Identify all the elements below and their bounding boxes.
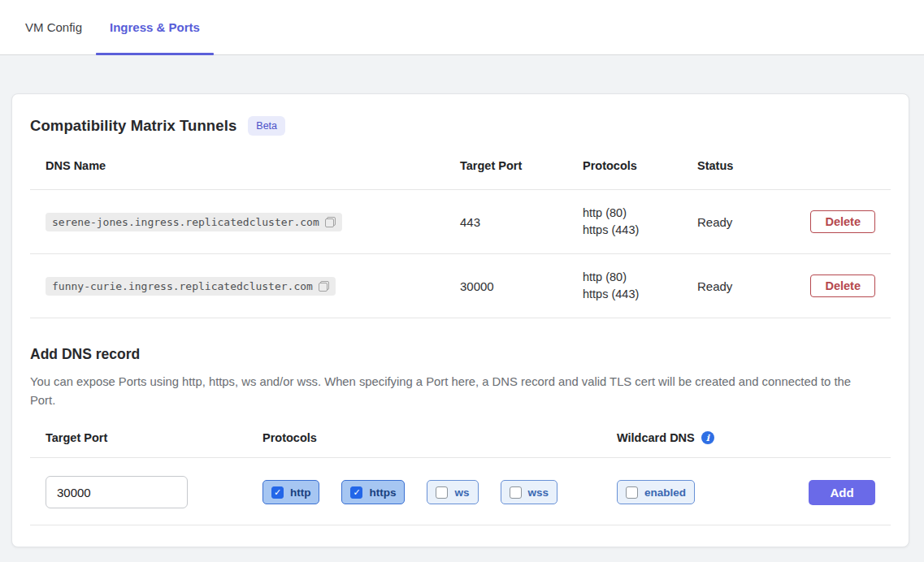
beta-badge: Beta (248, 116, 285, 136)
tab-bar: VM Config Ingress & Ports (0, 0, 924, 55)
protocol-entry: http (80) (583, 205, 697, 222)
label-target-port: Target Port (46, 431, 262, 444)
copy-icon[interactable] (325, 217, 336, 227)
checkbox-icon (271, 486, 284, 499)
protocol-entry: https (443) (583, 222, 697, 239)
checkbox-icon (510, 486, 522, 499)
status-value: Ready (697, 279, 810, 293)
protocol-entry: https (443) (583, 286, 697, 303)
protocol-checkbox-label: wss (528, 486, 549, 499)
checkbox-icon (626, 486, 638, 499)
wildcard-enabled-checkbox[interactable]: enabled (617, 480, 695, 504)
protocol-checkbox-label: https (369, 486, 396, 499)
dns-name-text: serene-jones.ingress.replicatedcluster.c… (52, 216, 319, 228)
copy-icon[interactable] (319, 281, 329, 292)
card-title: Compatibility Matrix Tunnels (30, 117, 236, 135)
tunnels-table: DNS Name Target Port Protocols Status se… (30, 136, 891, 318)
protocol-checkbox-http[interactable]: http (262, 480, 319, 504)
target-port-value: 30000 (460, 279, 583, 293)
status-value: Ready (697, 215, 810, 229)
table-row: serene-jones.ingress.replicatedcluster.c… (30, 190, 891, 254)
target-port-input[interactable] (46, 476, 188, 508)
wildcard-checkbox-label: enabled (644, 486, 686, 499)
form-controls-row: http https ws wss enabled (30, 458, 891, 525)
tunnels-card: Compatibility Matrix Tunnels Beta DNS Na… (11, 93, 909, 547)
table-row: funny-curie.ingress.replicatedcluster.co… (30, 254, 891, 318)
table-header-row: DNS Name Target Port Protocols Status (30, 136, 891, 190)
protocol-checkbox-label: http (290, 486, 310, 499)
delete-button[interactable]: Delete (810, 210, 875, 233)
label-protocols: Protocols (262, 431, 617, 444)
delete-button[interactable]: Delete (810, 275, 875, 297)
protocol-checkbox-wss[interactable]: wss (501, 480, 558, 504)
add-dns-record-description: You can expose Ports using http, https, … (30, 373, 859, 410)
header-dns-name: DNS Name (46, 159, 460, 172)
protocol-checkbox-https[interactable]: https (341, 480, 405, 504)
dns-name-chip: serene-jones.ingress.replicatedcluster.c… (46, 213, 342, 231)
card-header: Compatibility Matrix Tunnels Beta (30, 116, 891, 136)
header-target-port: Target Port (460, 159, 583, 172)
checkbox-icon (350, 486, 362, 499)
add-button[interactable]: Add (809, 480, 875, 505)
protocol-checkbox-label: ws (454, 486, 469, 499)
header-status: Status (697, 159, 810, 172)
protocol-checkbox-group: http https ws wss (262, 480, 617, 504)
header-protocols: Protocols (583, 159, 697, 172)
protocol-checkbox-ws[interactable]: ws (427, 480, 478, 504)
add-dns-record-title: Add DNS record (30, 346, 891, 363)
form-label-row: Target Port Protocols Wildcard DNS i (30, 431, 891, 458)
protocol-entry: http (80) (583, 269, 697, 286)
label-wildcard-dns: Wildcard DNS i (617, 431, 763, 444)
info-icon[interactable]: i (701, 431, 714, 444)
target-port-value: 443 (460, 215, 583, 229)
tab-ingress-ports[interactable]: Ingress & Ports (96, 0, 214, 54)
dns-name-text: funny-curie.ingress.replicatedcluster.co… (52, 280, 313, 292)
wildcard-dns-label-text: Wildcard DNS (617, 431, 695, 444)
checkbox-icon (436, 486, 448, 499)
dns-name-chip: funny-curie.ingress.replicatedcluster.co… (46, 277, 336, 296)
tab-vm-config[interactable]: VM Config (11, 0, 96, 54)
